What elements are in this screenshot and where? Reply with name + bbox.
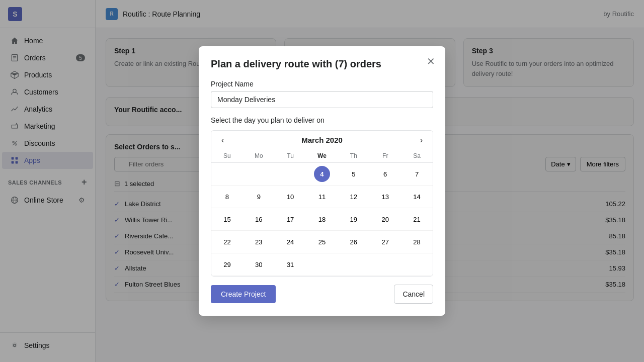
calendar-day-cell[interactable]: 19 xyxy=(338,208,369,231)
calendar-day-cell xyxy=(338,253,369,276)
calendar-day[interactable]: 23 xyxy=(251,234,267,250)
calendar-day-cell[interactable]: 9 xyxy=(243,186,275,208)
calendar-next-button[interactable]: › xyxy=(416,134,427,147)
calendar-day[interactable]: 26 xyxy=(346,234,362,250)
calendar-day-cell[interactable]: 25 xyxy=(306,231,338,253)
calendar-day-cell[interactable]: 14 xyxy=(401,186,433,208)
calendar-day[interactable]: 27 xyxy=(377,234,393,250)
calendar-day-cell xyxy=(401,253,433,276)
calendar-day[interactable]: 11 xyxy=(314,189,330,205)
calendar-day-cell[interactable]: 20 xyxy=(369,208,401,231)
calendar-day-cell[interactable]: 26 xyxy=(338,231,369,253)
calendar-day[interactable]: 18 xyxy=(314,211,330,227)
calendar-dow: Mo xyxy=(243,149,275,163)
calendar-day[interactable]: 14 xyxy=(409,189,425,205)
modal-overlay: Plan a delivery route with (7) orders ✕ … xyxy=(96,0,644,362)
calendar-day-cell[interactable]: 28 xyxy=(401,231,433,253)
calendar-day-cell xyxy=(243,163,275,186)
calendar-day-cell[interactable]: 16 xyxy=(243,208,275,231)
calendar-day-cell[interactable]: 29 xyxy=(211,253,243,276)
calendar-month: March 2020 xyxy=(301,136,343,144)
calendar-day-cell[interactable]: 7 xyxy=(401,163,433,186)
create-project-button[interactable]: Create Project xyxy=(211,285,276,303)
calendar-day-cell[interactable]: 4 xyxy=(306,163,338,186)
calendar-day-cell xyxy=(211,163,243,186)
calendar-day-cell xyxy=(369,253,401,276)
calendar-day[interactable]: 16 xyxy=(251,211,267,227)
calendar-day-cell[interactable]: 30 xyxy=(243,253,275,276)
calendar-day[interactable]: 7 xyxy=(409,166,425,182)
calendar-day-cell[interactable]: 23 xyxy=(243,231,275,253)
calendar-day-cell[interactable]: 31 xyxy=(275,253,306,276)
calendar-day[interactable]: 15 xyxy=(219,211,235,227)
calendar-dow: Th xyxy=(338,149,369,163)
calendar-day[interactable]: 22 xyxy=(219,234,235,250)
calendar-day-cell[interactable]: 6 xyxy=(369,163,401,186)
calendar-dow: Su xyxy=(211,149,243,163)
calendar-grid: SuMoTuWeThFrSa xyxy=(211,149,433,163)
calendar-day[interactable]: 24 xyxy=(282,234,298,250)
calendar-dow: Fr xyxy=(369,149,401,163)
calendar-day[interactable]: 20 xyxy=(377,211,393,227)
select-day-label: Select the day you plan to deliver on xyxy=(211,116,433,124)
calendar-day[interactable]: 21 xyxy=(409,211,425,227)
calendar-day-cell[interactable]: 24 xyxy=(275,231,306,253)
calendar-day[interactable]: 29 xyxy=(219,256,235,273)
calendar-day-cell[interactable]: 10 xyxy=(275,186,306,208)
calendar-day[interactable]: 30 xyxy=(251,256,267,273)
cancel-button[interactable]: Cancel xyxy=(394,285,433,304)
calendar-day-cell[interactable]: 27 xyxy=(369,231,401,253)
plan-delivery-modal: Plan a delivery route with (7) orders ✕ … xyxy=(199,46,445,316)
calendar-day[interactable]: 8 xyxy=(219,189,235,205)
calendar-day[interactable]: 6 xyxy=(377,166,393,182)
calendar-dow: We xyxy=(306,149,338,163)
calendar-header: ‹ March 2020 › xyxy=(211,131,433,149)
calendar-day-cell[interactable]: 18 xyxy=(306,208,338,231)
calendar-dow: Tu xyxy=(275,149,306,163)
main-content: R Routific : Route Planning by Routific … xyxy=(96,0,644,362)
calendar-day[interactable]: 19 xyxy=(346,211,362,227)
calendar-day-cell xyxy=(306,253,338,276)
calendar-day-cell[interactable]: 11 xyxy=(306,186,338,208)
modal-actions-right: Cancel xyxy=(394,285,433,304)
calendar-days: 4567891011121314151617181920212223242526… xyxy=(211,163,433,276)
calendar-day-cell[interactable]: 8 xyxy=(211,186,243,208)
modal-actions: Create Project Cancel xyxy=(211,285,433,304)
calendar-day[interactable]: 31 xyxy=(282,256,298,273)
modal-title: Plan a delivery route with (7) orders xyxy=(211,58,433,70)
calendar-day-cell[interactable]: 22 xyxy=(211,231,243,253)
project-name-label: Project Name xyxy=(211,80,433,88)
calendar-prev-button[interactable]: ‹ xyxy=(217,134,228,147)
calendar-day-cell[interactable]: 5 xyxy=(338,163,369,186)
calendar-day-cell[interactable]: 12 xyxy=(338,186,369,208)
calendar-day[interactable]: 28 xyxy=(409,234,425,250)
calendar-day[interactable]: 10 xyxy=(282,189,298,205)
project-name-input[interactable] xyxy=(211,91,433,108)
calendar-day-cell[interactable]: 21 xyxy=(401,208,433,231)
calendar-day-cell[interactable]: 13 xyxy=(369,186,401,208)
calendar: ‹ March 2020 › SuMoTuWeThFrSa 4567891011… xyxy=(211,130,433,277)
calendar-day-cell xyxy=(275,163,306,186)
calendar-day[interactable]: 4 xyxy=(314,166,330,182)
calendar-day[interactable]: 12 xyxy=(346,189,362,205)
calendar-dow: Sa xyxy=(401,149,433,163)
calendar-day[interactable]: 13 xyxy=(377,189,393,205)
calendar-day-cell[interactable]: 15 xyxy=(211,208,243,231)
calendar-day[interactable]: 25 xyxy=(314,234,330,250)
modal-close-button[interactable]: ✕ xyxy=(427,56,435,66)
calendar-day-cell[interactable]: 17 xyxy=(275,208,306,231)
calendar-day[interactable]: 9 xyxy=(251,189,267,205)
calendar-day[interactable]: 17 xyxy=(282,211,298,227)
calendar-day[interactable]: 5 xyxy=(346,166,362,182)
